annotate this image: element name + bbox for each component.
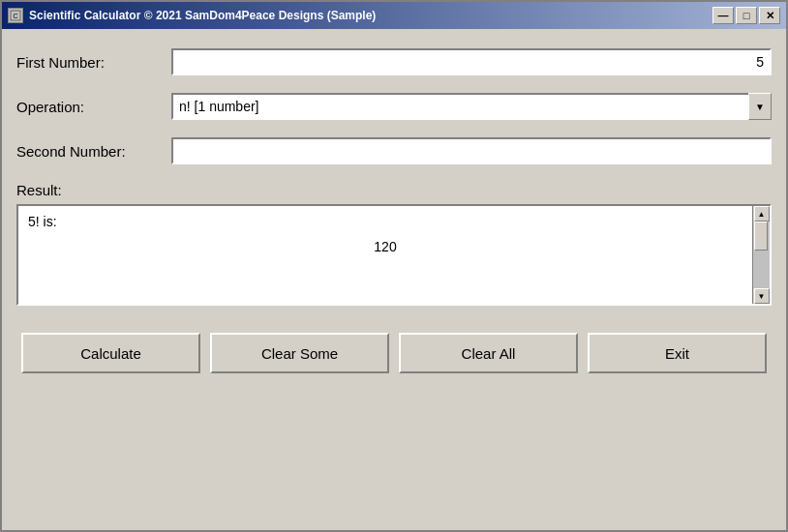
- calculate-button[interactable]: Calculate: [21, 333, 200, 373]
- result-section: Result: 5! is: 120 ▲ ▼: [16, 182, 772, 306]
- second-number-input[interactable]: [171, 137, 772, 164]
- scroll-thumb[interactable]: [754, 222, 768, 251]
- second-number-row: Second Number:: [16, 137, 772, 164]
- first-number-label: First Number:: [16, 54, 171, 71]
- content-area: First Number: Operation: n! [1 number] +…: [2, 29, 786, 530]
- operation-select[interactable]: n! [1 number] + [2 numbers] - [2 numbers…: [171, 93, 772, 120]
- buttons-row: Calculate Clear Some Clear All Exit: [16, 323, 772, 378]
- result-label: Result:: [16, 182, 772, 198]
- operation-row: Operation: n! [1 number] + [2 numbers] -…: [16, 93, 772, 120]
- clear-some-button[interactable]: Clear Some: [210, 333, 389, 373]
- main-window: C Scientific Calculator © 2021 SamDom4Pe…: [0, 0, 788, 532]
- clear-all-button[interactable]: Clear All: [399, 333, 578, 373]
- title-bar: C Scientific Calculator © 2021 SamDom4Pe…: [2, 2, 786, 29]
- title-bar-left: C Scientific Calculator © 2021 SamDom4Pe…: [8, 8, 376, 23]
- first-number-input[interactable]: [171, 48, 772, 75]
- scroll-track: [753, 222, 770, 288]
- result-box: 5! is: 120 ▲ ▼: [16, 204, 772, 306]
- scroll-up-button[interactable]: ▲: [754, 206, 770, 222]
- result-line1: 5! is:: [28, 214, 743, 229]
- scroll-down-button[interactable]: ▼: [754, 288, 770, 304]
- result-text-area: 5! is: 120: [18, 206, 752, 304]
- operation-label: Operation:: [16, 99, 171, 115]
- svg-text:C: C: [13, 13, 17, 19]
- maximize-button[interactable]: □: [736, 7, 757, 24]
- exit-button[interactable]: Exit: [588, 333, 767, 373]
- minimize-button[interactable]: —: [712, 7, 734, 24]
- app-icon: C: [8, 8, 23, 23]
- second-number-label: Second Number:: [16, 143, 171, 160]
- window-title: Scientific Calculator © 2021 SamDom4Peac…: [29, 9, 376, 22]
- scrollbar: ▲ ▼: [752, 206, 770, 304]
- close-button[interactable]: ✕: [759, 7, 780, 24]
- result-line2: 120: [28, 239, 743, 254]
- first-number-row: First Number:: [16, 48, 772, 75]
- operation-select-wrapper: n! [1 number] + [2 numbers] - [2 numbers…: [171, 93, 772, 120]
- window-controls: — □ ✕: [712, 7, 780, 24]
